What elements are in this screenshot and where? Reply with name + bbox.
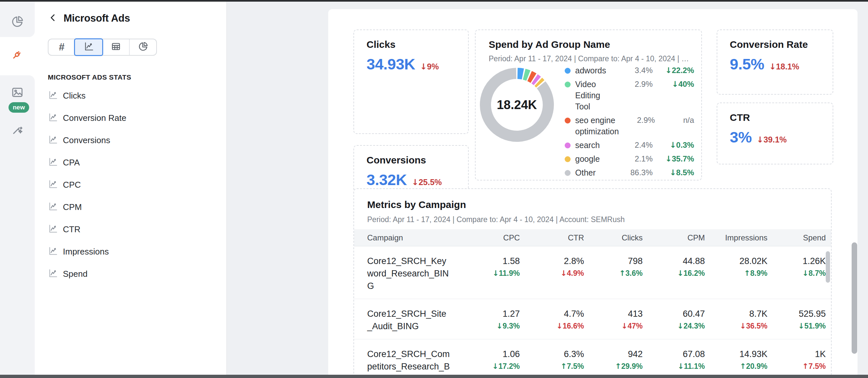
arrow-down-icon: ↓ (412, 178, 418, 187)
stat-item-cpc[interactable]: CPC (48, 174, 213, 196)
chart-title: Spend by Ad Group Name (489, 39, 693, 51)
legend-item-search: search2.4%↓0.3% (565, 138, 694, 152)
stat-item-cpa[interactable]: CPA (48, 151, 213, 174)
donut-center-total: 18.24K (479, 67, 555, 143)
legend-label: google (575, 153, 617, 164)
metric-cell: 67.08↓11.1% (643, 339, 705, 375)
table-header-row: CampaignCPCCTRClicksCPMImpressionsSpend (354, 229, 831, 246)
widget-kpi-ctr[interactable]: CTR 3% ↓39.1% (717, 102, 833, 164)
stat-item-conversions[interactable]: Conversions (48, 129, 213, 151)
table-subtitle: Period: Apr 11 - 17, 2024 | Compare to: … (354, 215, 831, 224)
rail-item-widgets[interactable] (0, 7, 35, 37)
column-header-ctr: CTR (520, 229, 584, 246)
metric-cell: 28.02K↑8.9% (705, 246, 768, 299)
legend-percent: 2.4% (617, 139, 653, 151)
column-header-clicks: Clicks (584, 229, 643, 246)
legend-change: ↓40% (653, 78, 694, 90)
line-chart-icon (48, 90, 58, 101)
legend-percent: 86.3% (617, 167, 653, 178)
metric-cell: 1K↑7.5% (768, 339, 832, 375)
legend-item-google: google2.1%↓35.7% (565, 152, 694, 166)
stat-list: Clicks Conversion Rate Conversions CPA C… (48, 85, 213, 285)
kpi-value: 34.93K (367, 55, 415, 73)
page-scrollbar[interactable] (851, 242, 857, 354)
stat-label: CTR (63, 224, 80, 234)
kpi-title: Conversions (367, 154, 456, 166)
line-chart-icon (48, 179, 58, 191)
legend-dot (565, 170, 570, 176)
widget-type-toolbar: # (48, 39, 157, 56)
stat-label: Clicks (63, 91, 86, 101)
table-icon (111, 41, 121, 53)
stat-label: CPM (63, 202, 82, 212)
widget-spend-donut[interactable]: Spend by Ad Group Name Period: Apr 11 - … (475, 30, 702, 181)
legend-dot (565, 156, 570, 162)
widget-kpi-conversion-rate[interactable]: Conversion Rate 9.5% ↓18.1% (717, 30, 833, 95)
campaign-table: Core12_SRCH_Keyword_Research_BING1.58↓11… (354, 246, 831, 375)
table-row[interactable]: Core12_SRCH_Keyword_Research_BING1.58↓11… (354, 246, 831, 299)
pie-chart-icon (138, 41, 148, 53)
widget-type-pie-chart-button[interactable] (129, 39, 156, 55)
campaign-name: Core12_SRCH_Site_Audit_BING (354, 299, 459, 339)
back-button[interactable] (48, 13, 58, 24)
stat-label: Spend (63, 269, 88, 279)
report-canvas: Clicks 34.93K ↓9% Conversions 3.32K ↓25.… (227, 0, 868, 378)
stat-label: Conversions (63, 135, 111, 146)
widget-kpi-clicks[interactable]: Clicks 34.93K ↓9% (353, 30, 469, 134)
window-bottom-edge (0, 375, 868, 378)
metric-cell: 1.26K↓8.7% (768, 246, 832, 299)
stat-item-ctr[interactable]: CTR (48, 218, 213, 241)
widget-type-line-chart-button[interactable] (75, 39, 102, 55)
metric-cell: 1.58↓11.9% (459, 246, 520, 299)
table-row[interactable]: Core12_SRCH_Site_Audit_BING1.27↓9.3%4.7%… (354, 299, 831, 339)
metric-cell: 1.27↓9.3% (459, 299, 520, 339)
widget-type-number-button[interactable]: # (49, 39, 75, 55)
magic-wand-icon (11, 123, 24, 137)
kpi-value: 9.5% (730, 55, 764, 73)
legend-item-other: Other86.3%↓8.5% (565, 166, 694, 180)
hash-icon: # (59, 41, 64, 53)
image-icon (11, 86, 24, 100)
stat-item-conversion-rate[interactable]: Conversion Rate (48, 107, 213, 129)
column-header-cpm: CPM (643, 229, 705, 246)
rail-item-integrations[interactable]: new (0, 40, 35, 70)
report-builder-app: new Microsoft Ads # (0, 0, 868, 378)
kpi-change: ↓25.5% (412, 178, 442, 187)
legend-label: adwords (575, 65, 617, 76)
rail-item-ai-tools[interactable] (0, 115, 35, 146)
kpi-title: Conversion Rate (730, 39, 820, 51)
stats-panel: Microsoft Ads # (35, 0, 227, 378)
icon-rail: new (0, 0, 35, 378)
metric-cell: 798↑3.6% (584, 246, 643, 299)
stat-label: CPA (63, 158, 80, 168)
line-chart-icon (48, 268, 58, 280)
legend-item-seo-engine-optimization: seo engine optimization2.9%n/a (565, 113, 694, 138)
window-top-edge (0, 0, 868, 2)
widget-campaign-table[interactable]: Metrics by Campaign Period: Apr 11 - 17,… (353, 188, 832, 375)
table-title: Metrics by Campaign (354, 199, 831, 211)
widget-type-table-button[interactable] (102, 39, 129, 55)
stat-item-impressions[interactable]: Impressions (48, 241, 213, 263)
legend-dot (565, 68, 570, 74)
stat-item-spend[interactable]: Spend (48, 263, 213, 285)
panel-title: Microsoft Ads (64, 12, 130, 24)
table-scrollbar[interactable] (826, 251, 830, 283)
stat-item-cpm[interactable]: CPM (48, 196, 213, 218)
chart-subtitle: Period: Apr 11 - 17, 2024 | Compare to: … (489, 54, 693, 63)
campaign-name: Core12_SRCH_Competitors_Research_BING (354, 339, 459, 375)
metric-cell: 413↓47% (584, 299, 643, 339)
metric-cell: 942↑29.9% (584, 339, 643, 375)
legend-item-video-editing-tool: Video Editing Tool2.9%↓40% (565, 77, 694, 113)
kpi-change: ↓39.1% (756, 135, 787, 145)
legend-percent: 2.9% (619, 115, 655, 126)
legend-percent: 2.9% (617, 78, 653, 90)
legend-dot (565, 82, 570, 88)
metric-cell: 1.06↓17.2% (459, 339, 520, 375)
table-row[interactable]: Core12_SRCH_Competitors_Research_BING1.0… (354, 339, 831, 375)
legend-dot (565, 143, 570, 148)
legend-change: ↓35.7% (653, 153, 694, 164)
kpi-title: CTR (730, 112, 820, 124)
new-badge: new (8, 102, 29, 113)
stat-item-clicks[interactable]: Clicks (48, 85, 213, 107)
stat-label: Conversion Rate (63, 113, 126, 123)
